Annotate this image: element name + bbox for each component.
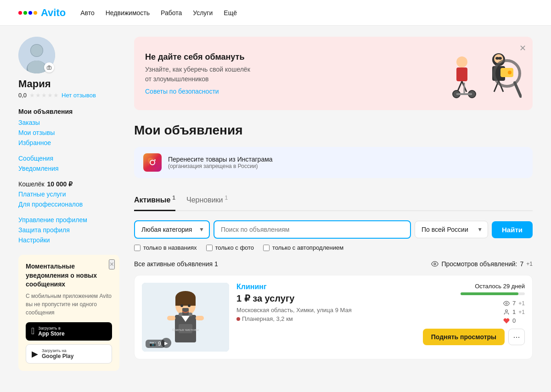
sidebar-paid-services[interactable]: Платные услуги [18, 190, 119, 198]
category-select-wrap: Любая категория ▼ [134, 220, 210, 239]
progress-bar-fill [461, 292, 518, 295]
category-select[interactable]: Любая категория [134, 220, 210, 239]
checkbox-photo[interactable]: только с фото [206, 244, 254, 251]
views-count: 7 [520, 260, 524, 268]
ad-metro: Планерная, 3,2 км [236, 315, 416, 322]
main-content: Не дайте себя обмануть Узнайте, как убер… [134, 37, 533, 371]
sidebar-notifications[interactable]: Уведомления [18, 165, 119, 172]
user-name: Мария [18, 78, 51, 90]
nav-more[interactable]: Ещё [224, 9, 237, 17]
more-options-button[interactable]: ··· [508, 329, 525, 345]
header: Avito Авто Недвижимость Работа Услуги Ещ… [0, 0, 551, 26]
sidebar-wallet-section: Кошелёк 10 000 ₽ Платные услуги Для проф… [18, 180, 119, 208]
views-plus: +1 [526, 261, 533, 267]
region-select-wrap: По всей России ▼ [415, 221, 488, 238]
svg-line-23 [515, 83, 521, 96]
svg-point-28 [154, 159, 156, 161]
google-play-badge[interactable]: ▶ Загрузить на Google Play [26, 344, 112, 364]
sidebar-orders[interactable]: Заказы [18, 119, 119, 126]
nav-auto[interactable]: Авто [80, 9, 95, 17]
avatar-wrap [18, 37, 55, 73]
instagram-text: Перенесите товары из Инстаграма [168, 156, 273, 163]
svg-text:братья чистовы: братья чистовы [172, 328, 199, 332]
nav-jobs[interactable]: Работа [161, 9, 182, 17]
instagram-text-wrap: Перенесите товары из Инстаграма (организ… [168, 156, 273, 169]
notification-title: Моментальные уведомления о новых сообщен… [26, 262, 112, 289]
wallet-label: Кошелёк [18, 180, 45, 188]
tab-active[interactable]: Активные1 [134, 189, 175, 211]
stats-all-active: Все активные объявления 1 [134, 260, 218, 268]
main-layout: Мария 0,0 ★ ★ ★ ★ ★ Нет отзывов Мои объя… [9, 26, 542, 382]
ad-favorites-stat: 0 [503, 317, 525, 324]
stats-row: Все активные объявления 1 Просмотров объ… [134, 260, 533, 268]
svg-rect-26 [148, 158, 157, 167]
checkbox-names-label: только в названиях [143, 244, 197, 251]
rating-value: 0,0 [18, 92, 27, 99]
security-link[interactable]: Советы по безопасности [145, 88, 219, 95]
ad-card: братья чистовы 📷 9 ▶ Клининг 1 ₽ за услу… [134, 275, 533, 359]
sidebar-protect-profile[interactable]: Защита профиля [18, 226, 119, 234]
security-illustration [439, 46, 522, 101]
svg-point-18 [498, 57, 502, 60]
sidebar-settings[interactable]: Настройки [18, 236, 119, 244]
svg-point-6 [49, 67, 50, 69]
svg-point-25 [508, 71, 512, 74]
app-store-badge[interactable]:  Загрузить в App Store [26, 322, 112, 341]
ad-right: Осталось 29 дней 7 +1 [423, 283, 525, 345]
stars: ★ ★ ★ ★ ★ [29, 92, 59, 99]
svg-point-3 [31, 45, 43, 56]
ad-title[interactable]: Клининг [236, 283, 416, 291]
wallet-amount: 10 000 ₽ [47, 180, 73, 188]
security-title: Не дайте себя обмануть [145, 52, 439, 62]
search-input[interactable] [214, 220, 411, 239]
svg-line-9 [457, 81, 462, 92]
ad-image: братья чистовы 📷 9 ▶ [142, 283, 229, 352]
progress-label: Осталось 29 дней [461, 283, 525, 290]
notification-close-button[interactable]: × [109, 259, 115, 269]
sidebar-manage-profile[interactable]: Управление профилем [18, 216, 119, 224]
checkbox-row: только в названиях только с фото только … [134, 244, 533, 251]
nav-realty[interactable]: Недвижимость [106, 9, 150, 17]
checkbox-photo-input[interactable] [206, 245, 213, 251]
checkbox-names[interactable]: только в названиях [134, 244, 197, 251]
ad-stats: 7 +1 1 +1 0 [503, 300, 525, 324]
avatar-section: Мария 0,0 ★ ★ ★ ★ ★ Нет отзывов [18, 37, 119, 99]
app-store-text: Загрузить в App Store [38, 326, 64, 337]
sidebar-reviews[interactable]: Мои отзывы [18, 129, 119, 136]
sidebar-favorites[interactable]: Избранное [18, 139, 119, 146]
logo[interactable]: Avito [18, 7, 66, 19]
sidebar-messages-section: Сообщения Уведомления [18, 155, 119, 172]
nav-services[interactable]: Услуги [193, 9, 213, 17]
instagram-banner[interactable]: Перенесите товары из Инстаграма (организ… [134, 147, 533, 178]
instagram-icon [143, 153, 162, 172]
metro-dot [236, 317, 240, 321]
svg-point-40 [180, 304, 183, 307]
region-select[interactable]: По всей России [415, 221, 488, 238]
svg-point-44 [506, 302, 507, 304]
no-reviews-link[interactable]: Нет отзывов [62, 92, 96, 99]
ad-price: 1 ₽ за услугу [236, 293, 416, 304]
progress-section: Осталось 29 дней [461, 283, 525, 295]
notification-banner: × Моментальные уведомления о новых сообщ… [18, 255, 119, 371]
boost-button[interactable]: Поднять просмотры [423, 329, 505, 345]
sidebar-messages[interactable]: Сообщения [18, 155, 119, 162]
sidebar-pro-services[interactable]: Для профессионалов [18, 201, 119, 208]
person-icon [503, 309, 510, 315]
svg-rect-39 [196, 316, 204, 320]
main-nav: Авто Недвижимость Работа Услуги Ещё [80, 9, 237, 17]
checkbox-autoprolongation-input[interactable] [263, 245, 270, 251]
svg-point-45 [506, 310, 508, 312]
wallet-row: Кошелёк 10 000 ₽ [18, 180, 119, 188]
tab-drafts[interactable]: Черновики1 [186, 189, 228, 211]
checkbox-names-input[interactable] [134, 245, 141, 251]
logo-text: Avito [41, 7, 66, 19]
ad-views-stat: 7 +1 [503, 300, 525, 307]
heart-icon [503, 318, 510, 324]
camera-icon[interactable] [44, 62, 54, 73]
progress-bar [461, 292, 525, 295]
search-button[interactable]: Найти [492, 221, 533, 238]
logo-dots [18, 11, 37, 15]
svg-point-41 [188, 304, 191, 307]
checkbox-autoprolongation[interactable]: только с автопродлением [263, 244, 343, 251]
page-title: Мои объявления [134, 123, 533, 138]
